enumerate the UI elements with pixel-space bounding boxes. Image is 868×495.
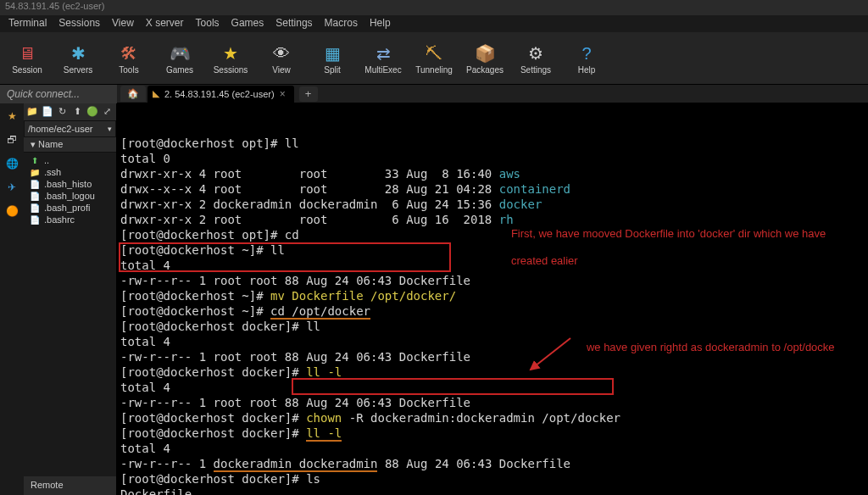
file-name: .bashrc: [44, 214, 75, 225]
tool-label: Games: [166, 65, 193, 75]
strip-icon-1[interactable]: 🗗: [4, 132, 19, 147]
quick-connect-label: Quick connect...: [7, 88, 80, 100]
terminal-text: -R dockeradmin:dockeradmin /opt/docker: [349, 411, 620, 425]
menu-settings[interactable]: Settings: [275, 17, 312, 31]
tool-tunneling[interactable]: ⛏Tunneling: [412, 36, 456, 81]
tunneling-icon: ⛏: [422, 42, 446, 65]
split-icon: ▦: [320, 42, 344, 65]
menu-terminal[interactable]: Terminal: [8, 17, 47, 31]
terminal-text: drwxr-xr-x 2 dockeradmin dockeradmin 6 A…: [120, 197, 499, 211]
terminal-text: cd /opt/docker: [270, 304, 370, 320]
tool-label: MultiExec: [364, 65, 401, 75]
terminal[interactable]: [root@dockerhost opt]# lltotal 0drwxr-xr…: [117, 103, 868, 495]
terminal-text: total 4: [120, 335, 170, 348]
window-title: 54.83.191.45 (ec2-user): [5, 1, 104, 11]
tool-view[interactable]: 👁View: [259, 36, 303, 81]
close-icon[interactable]: ×: [280, 88, 286, 100]
mini-btn-1[interactable]: 📄: [42, 104, 54, 118]
tool-servers[interactable]: ✱Servers: [56, 36, 100, 81]
menubar: TerminalSessionsViewX serverToolsGamesSe…: [0, 15, 868, 32]
tool-games[interactable]: 🎮Games: [158, 36, 202, 81]
file-row[interactable]: 📁.ssh: [24, 166, 116, 178]
tool-tools[interactable]: 🛠Tools: [107, 36, 151, 81]
tool-label: Tunneling: [415, 65, 453, 75]
tool-help[interactable]: ?Help: [565, 36, 609, 81]
session-tab[interactable]: ◣ 2. 54.83.191.45 (ec2-user) ×: [147, 86, 294, 103]
multiexec-icon: ⇄: [371, 42, 395, 65]
mini-btn-0[interactable]: 📁: [26, 104, 39, 118]
quick-connect-bar[interactable]: Quick connect...: [0, 85, 117, 103]
tool-multiexec[interactable]: ⇄MultiExec: [361, 36, 405, 81]
mini-btn-5[interactable]: ⤢: [101, 104, 114, 118]
terminal-text: [root@dockerhost docker]# ll: [120, 320, 320, 333]
terminal-text: docker: [499, 197, 542, 211]
help-icon: ?: [575, 42, 598, 65]
highlight-box-1: [119, 242, 451, 272]
terminal-line: total 0: [120, 151, 868, 166]
menu-x-server[interactable]: X server: [146, 17, 184, 31]
terminal-text: [root@dockerhost opt]# cd: [120, 228, 299, 242]
file-list: ⬆..📁.ssh📄.bash_histo📄.bash_logou📄.bash_p…: [24, 153, 116, 476]
mini-btn-2[interactable]: ↻: [56, 104, 69, 118]
terminal-text: chown: [299, 411, 349, 425]
terminal-text: [root@dockerhost ~]#: [120, 289, 264, 303]
terminal-line: [root@dockerhost docker]# ls: [120, 471, 868, 487]
arrow-icon: [524, 334, 575, 385]
terminal-line: drwx--x--x 4 root root 28 Aug 21 04:28 c…: [120, 181, 868, 197]
terminal-line: [root@dockerhost docker]# chown -R docke…: [120, 410, 868, 425]
file-name: ..: [44, 155, 49, 165]
file-row[interactable]: 📄.bash_profi: [24, 202, 116, 214]
tool-label: Servers: [64, 65, 92, 75]
file-icon: 📄: [29, 191, 41, 201]
mini-btn-3[interactable]: ⬆: [71, 104, 84, 118]
add-tab-button[interactable]: +: [299, 86, 318, 102]
menu-view[interactable]: View: [112, 17, 134, 31]
terminal-text: -rw-r--r-- 1 root root 88 Aug 24 06:43 D…: [120, 350, 470, 364]
file-row[interactable]: 📄.bash_logou: [24, 190, 116, 202]
menu-help[interactable]: Help: [370, 17, 391, 31]
window-titlebar: 54.83.191.45 (ec2-user): [0, 0, 868, 15]
sidebar-bottom-tab[interactable]: Remote: [24, 476, 116, 495]
tool-packages[interactable]: 📦Packages: [463, 36, 507, 81]
menu-sessions[interactable]: Sessions: [58, 17, 100, 31]
menu-tools[interactable]: Tools: [196, 17, 220, 31]
file-row[interactable]: 📄.bashrc: [24, 214, 116, 225]
tool-label: View: [272, 65, 291, 75]
tool-sessions[interactable]: ★Sessions: [209, 36, 253, 81]
remote-label: Remote: [31, 480, 64, 490]
strip-icon-4[interactable]: 🟠: [4, 203, 19, 219]
file-row[interactable]: ⬆..: [24, 154, 116, 166]
terminal-text: aws: [499, 167, 520, 181]
terminal-text: [root@dockerhost docker]# ls: [120, 472, 320, 486]
strip-icon-3[interactable]: ✈: [4, 180, 19, 195]
games-icon: 🎮: [168, 42, 192, 65]
files-header[interactable]: ▾ Name: [24, 137, 116, 153]
folder-icon: 📁: [29, 167, 41, 177]
terminal-line: [root@dockerhost opt]# ll: [120, 136, 868, 151]
path-text: /home/ec2-user: [28, 124, 92, 134]
sidebar-toolbar: 📁📄↻⬆🟢⤢: [24, 103, 116, 120]
file-row[interactable]: 📄.bash_histo: [24, 178, 116, 190]
terminal-text: dockeradmin dockeradmin: [214, 457, 378, 472]
strip-icon-2[interactable]: 🌐: [4, 156, 19, 171]
terminal-text: [root@dockerhost docker]#: [120, 411, 299, 425]
annotation-1-line1: First, we have mooved Dockerfile into 'd…: [511, 227, 826, 240]
main-toolbar: 🖥Session✱Servers🛠Tools🎮Games★Sessions👁Vi…: [0, 32, 868, 85]
terminal-text: drwx--x--x 4 root root 28 Aug 21 04:28: [120, 182, 499, 196]
menu-games[interactable]: Games: [231, 17, 264, 31]
mini-btn-4[interactable]: 🟢: [86, 104, 99, 118]
terminal-text: -rw-r--r-- 1 root root 88 Aug 24 06:43 D…: [120, 274, 470, 287]
home-icon: 🏠: [127, 88, 139, 99]
tab-label: 2. 54.83.191.45 (ec2-user): [164, 89, 275, 99]
tool-settings[interactable]: ⚙Settings: [514, 36, 558, 81]
path-selector[interactable]: /home/ec2-user▾: [24, 120, 116, 137]
tool-session[interactable]: 🖥Session: [5, 36, 49, 81]
annotation-2-text: we have given rightd as dockeradmin to /…: [587, 341, 835, 353]
tool-split[interactable]: ▦Split: [310, 36, 354, 81]
tool-label: Session: [12, 65, 42, 75]
tool-label: Settings: [520, 65, 551, 75]
home-tab[interactable]: 🏠: [120, 86, 146, 102]
menu-macros[interactable]: Macros: [325, 17, 358, 31]
strip-icon-0[interactable]: ★: [4, 108, 19, 124]
tool-label: Split: [324, 65, 340, 75]
